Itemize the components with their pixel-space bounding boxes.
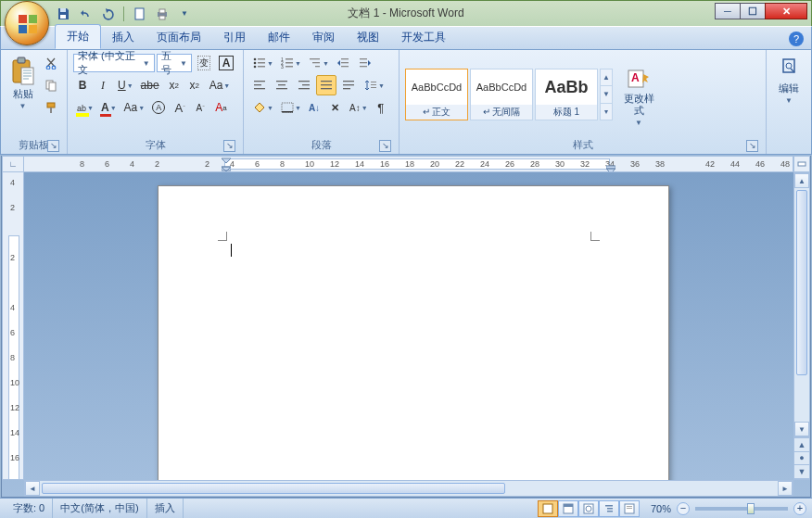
show-marks-button[interactable]: ¶ [372,97,390,118]
sort-button[interactable]: A↓ [305,97,324,118]
numbering-button[interactable]: 123▼ [277,53,303,73]
strikethrough-button[interactable]: abe [137,75,163,95]
style-gallery-scroll[interactable]: ▲▼▾ [600,69,613,120]
tab-mailings[interactable]: 邮件 [257,26,301,49]
zoom-in-button[interactable]: + [793,502,806,515]
horizontal-scrollbar[interactable]: ◄ ► [24,480,793,497]
paragraph-launcher[interactable]: ↘ [379,140,391,152]
vertical-ruler[interactable]: 42246810121416 [2,172,24,480]
font-family-select[interactable]: 宋体 (中文正文▼ [73,54,155,72]
tab-view[interactable]: 视图 [346,26,390,49]
clear-format-button[interactable]: Aa [211,97,230,118]
style-no-spacing[interactable]: AaBbCcDd ↵ 无间隔 [470,69,533,120]
superscript-button[interactable]: x2 [185,75,204,95]
tab-developer[interactable]: 开发工具 [390,26,457,49]
bullets-button[interactable]: ▼ [249,53,275,73]
font-color-button[interactable]: A▼ [97,97,119,118]
grow-font-button[interactable]: Aˆ [171,97,189,118]
vscroll-thumb[interactable] [796,190,807,375]
editing-button[interactable]: 编辑 ▼ [772,53,806,105]
scroll-down-icon[interactable]: ▼ [794,422,809,436]
justify-button[interactable] [316,75,336,95]
zoom-level[interactable]: 70% [651,503,671,514]
vertical-scrollbar[interactable]: ▲ ▼ [793,172,810,437]
status-language[interactable]: 中文(简体，中国) [53,499,146,518]
increase-indent-button[interactable] [355,53,375,73]
shading-button[interactable]: ▼ [249,97,275,118]
tab-selector[interactable]: ∟ [2,156,24,172]
document-viewport[interactable] [24,172,793,480]
clipboard-launcher[interactable]: ↘ [47,140,59,152]
tab-review[interactable]: 审阅 [301,26,346,49]
help-icon[interactable]: ? [789,32,804,46]
style-heading1[interactable]: AaBb 标题 1 [535,69,598,120]
char-shading-button[interactable]: Aa▼ [121,97,147,118]
font-launcher[interactable]: ↘ [223,140,235,152]
maximize-button[interactable]: ☐ [740,3,766,19]
scroll-right-icon[interactable]: ► [778,481,793,496]
distribute-button[interactable] [338,75,359,95]
character-border-button[interactable]: A [215,53,237,73]
tab-home[interactable]: 开始 [55,24,101,49]
view-print-layout[interactable] [538,500,558,517]
cut-icon[interactable] [41,53,61,73]
svg-rect-43 [276,81,287,82]
format-painter-icon[interactable] [41,97,61,118]
paste-button[interactable]: 粘贴 ▼ [6,53,39,110]
zoom-slider-knob[interactable] [747,503,755,514]
group-editing: 编辑 ▼ [767,50,811,154]
copy-icon[interactable] [41,75,61,95]
subscript-button[interactable]: x2 [165,75,184,95]
select-browse-object-button[interactable]: ● [794,452,809,466]
tab-references[interactable]: 引用 [212,26,257,49]
next-page-button[interactable]: ▼ [794,465,809,479]
view-outline[interactable] [599,500,619,517]
borders-button[interactable]: ▼ [277,97,303,118]
enclose-char-button[interactable]: A [148,97,169,118]
scroll-left-icon[interactable]: ◄ [25,481,40,496]
svg-point-14 [52,66,56,69]
highlight-button[interactable]: ab▼ [73,97,95,118]
text-direction-button[interactable]: A↕▼ [346,97,370,118]
status-insert-mode[interactable]: 插入 [147,499,184,518]
align-left-button[interactable] [249,75,270,95]
tab-layout[interactable]: 页面布局 [146,26,212,49]
view-web-layout[interactable] [578,500,599,517]
view-full-screen[interactable] [558,500,578,517]
page[interactable] [158,185,669,480]
tab-insert[interactable]: 插入 [101,26,146,49]
ruler-toggle[interactable] [793,156,810,172]
multilevel-list-button[interactable]: ▼ [305,53,331,73]
line-spacing-button[interactable]: ▼ [361,75,387,95]
font-size-select[interactable]: 五号▼ [157,54,192,72]
align-center-button[interactable] [272,75,292,95]
svg-rect-71 [607,508,613,510]
underline-button[interactable]: U▼ [114,75,135,95]
shrink-font-button[interactable]: Aˇ [191,97,209,118]
change-case-button[interactable]: Aa▼ [206,75,233,95]
svg-rect-3 [29,25,37,33]
zoom-slider[interactable] [695,507,788,511]
italic-button[interactable]: I [94,75,112,95]
minimize-button[interactable]: ─ [715,3,741,19]
close-button[interactable]: ✕ [765,3,807,19]
status-word-count[interactable]: 字数: 0 [6,499,53,518]
change-styles-button[interactable]: A 更改样式 ▼ [620,63,657,127]
style-normal[interactable]: AaBbCcDd ↵ 正文 [405,69,468,120]
group-label-styles: 样式↘ [405,136,760,154]
scroll-up-icon[interactable]: ▲ [794,173,809,188]
bold-button[interactable]: B [73,75,92,95]
asian-layout-button[interactable]: ✕ [325,97,344,118]
svg-rect-34 [341,58,349,59]
prev-page-button[interactable]: ▲ [794,438,809,452]
group-font: 宋体 (中文正文▼ 五号▼ 变 A B I U▼ abe x2 x2 Aa▼ a… [68,50,244,154]
view-draft[interactable] [619,500,640,517]
office-button[interactable] [5,1,49,45]
phonetic-guide-button[interactable]: 变 [194,53,213,73]
decrease-indent-button[interactable] [333,53,353,73]
styles-launcher[interactable]: ↘ [746,140,758,152]
align-right-button[interactable] [294,75,314,95]
zoom-out-button[interactable]: − [677,502,690,515]
horizontal-ruler[interactable]: 8642246810121416182022242628303234363842… [24,156,793,172]
hscroll-thumb[interactable] [42,483,505,494]
